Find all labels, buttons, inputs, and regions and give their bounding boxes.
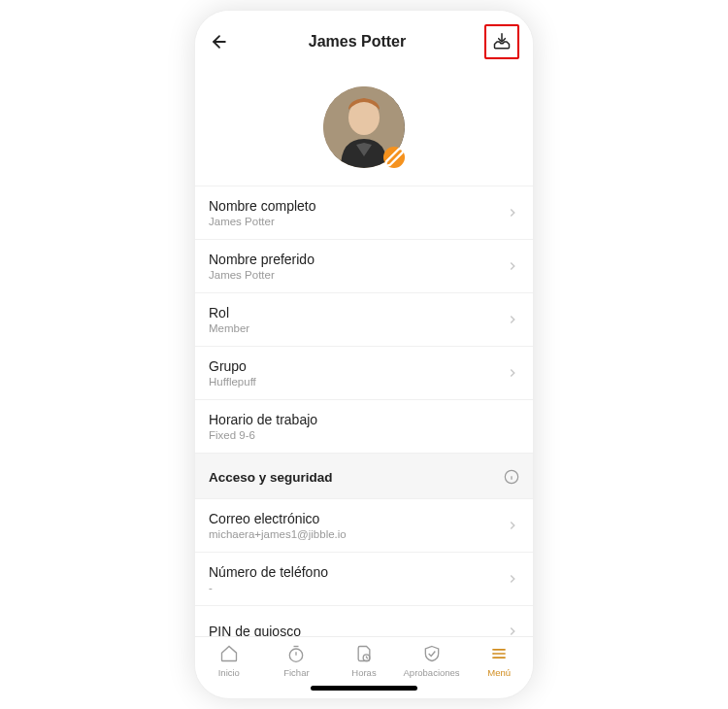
row-preferred-name[interactable]: Nombre preferido James Potter	[195, 239, 533, 292]
bottom-nav: Inicio Fichar Horas Aprobaciones Menú	[195, 636, 533, 682]
chevron-right-icon	[506, 572, 519, 586]
archive-button[interactable]	[488, 28, 515, 55]
row-value: James Potter	[209, 216, 506, 227]
row-label: Grupo	[209, 358, 506, 374]
nav-label: Aprobaciones	[404, 667, 460, 678]
document-clock-icon	[354, 644, 374, 663]
row-value: michaera+james1@jibble.io	[209, 528, 506, 540]
chevron-right-icon	[506, 206, 519, 219]
row-label: Rol	[209, 305, 506, 321]
avatar[interactable]	[323, 86, 405, 168]
home-indicator	[311, 686, 417, 691]
svg-line-15	[366, 658, 368, 658]
row-phone[interactable]: Número de teléfono -	[195, 552, 533, 605]
section-label: Acceso y seguridad	[209, 470, 333, 485]
row-label: Nombre preferido	[209, 252, 506, 267]
nav-label: Horas	[351, 667, 376, 678]
row-label: PIN de quiosco	[209, 624, 506, 636]
row-label: Nombre completo	[209, 198, 506, 214]
row-kiosk-pin[interactable]: PIN de quiosco	[195, 605, 533, 636]
menu-icon	[489, 644, 509, 663]
row-value: Member	[209, 322, 506, 334]
nav-hours[interactable]: Horas	[330, 643, 398, 678]
row-value: Fixed 9-6	[209, 429, 519, 441]
nav-home[interactable]: Inicio	[195, 643, 263, 678]
nav-approvals[interactable]: Aprobaciones	[398, 643, 466, 678]
avatar-section	[195, 71, 533, 186]
stopwatch-icon	[286, 644, 306, 663]
home-icon	[219, 644, 239, 663]
header: James Potter	[195, 11, 533, 71]
row-value: James Potter	[209, 269, 506, 281]
nav-menu[interactable]: Menú	[465, 643, 533, 678]
chevron-right-icon	[506, 519, 519, 532]
row-full-name[interactable]: Nombre completo James Potter	[195, 186, 533, 239]
phone-screen: James Potter	[194, 10, 534, 699]
shield-check-icon	[422, 644, 442, 663]
section-access-security: Acceso y seguridad	[195, 453, 533, 498]
row-label: Correo electrónico	[209, 511, 506, 526]
row-group[interactable]: Grupo Hufflepuff	[195, 346, 533, 399]
nav-label: Menú	[487, 667, 511, 678]
row-label: Número de teléfono	[209, 564, 506, 580]
chevron-right-icon	[506, 366, 519, 380]
row-value: -	[209, 582, 506, 593]
archive-download-icon	[492, 32, 512, 51]
nav-clock-in[interactable]: Fichar	[263, 643, 331, 678]
back-button[interactable]	[209, 31, 230, 52]
row-role[interactable]: Rol Member	[195, 292, 533, 346]
chevron-right-icon	[506, 313, 519, 326]
nav-label: Inicio	[218, 667, 240, 678]
chevron-right-icon	[506, 625, 519, 636]
info-icon[interactable]	[504, 469, 519, 485]
row-email[interactable]: Correo electrónico michaera+james1@jibbl…	[195, 498, 533, 552]
row-label: Horario de trabajo	[209, 412, 519, 427]
archive-highlight	[484, 24, 519, 59]
row-work-schedule[interactable]: Horario de trabajo Fixed 9-6	[195, 399, 533, 453]
page-title: James Potter	[309, 33, 407, 51]
nav-label: Fichar	[283, 667, 309, 678]
back-arrow-icon	[210, 32, 229, 51]
chevron-right-icon	[506, 259, 519, 273]
pencil-icon	[383, 117, 405, 198]
content-scroll[interactable]: Nombre completo James Potter Nombre pref…	[195, 71, 533, 636]
edit-avatar-button[interactable]	[383, 147, 405, 168]
row-value: Hufflepuff	[209, 376, 506, 388]
